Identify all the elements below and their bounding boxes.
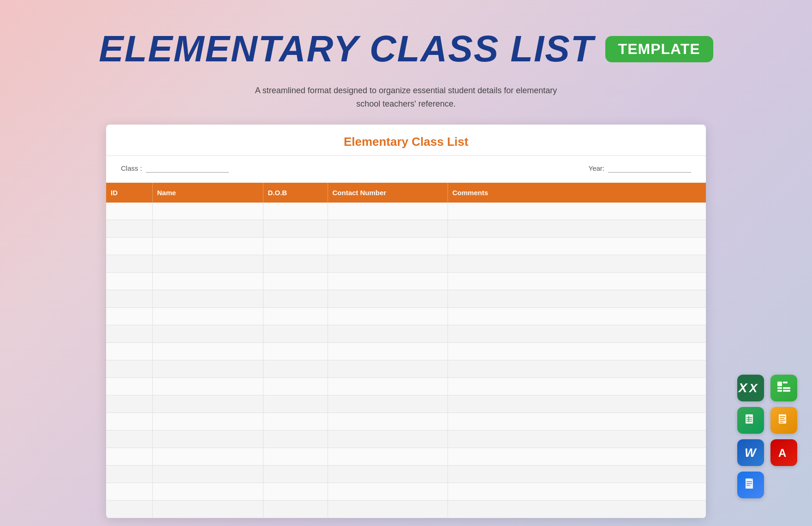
table-cell[interactable] [106,220,152,238]
table-cell[interactable] [328,501,448,518]
table-cell[interactable] [263,203,328,220]
table-cell[interactable] [263,238,328,255]
table-row[interactable] [106,238,706,255]
table-row[interactable] [106,308,706,325]
table-cell[interactable] [448,378,706,395]
table-cell[interactable] [152,483,263,501]
table-cell[interactable] [106,325,152,343]
table-cell[interactable] [152,360,263,378]
table-cell[interactable] [106,290,152,308]
table-cell[interactable] [328,360,448,378]
table-cell[interactable] [106,343,152,360]
table-cell[interactable] [448,483,706,501]
year-input-line[interactable] [608,164,691,173]
table-cell[interactable] [152,325,263,343]
table-cell[interactable] [106,466,152,483]
table-row[interactable] [106,255,706,273]
table-cell[interactable] [328,483,448,501]
table-row[interactable] [106,501,706,518]
table-cell[interactable] [328,413,448,430]
table-row[interactable] [106,395,706,413]
table-cell[interactable] [328,273,448,290]
table-cell[interactable] [328,466,448,483]
table-cell[interactable] [263,325,328,343]
table-cell[interactable] [152,343,263,360]
table-cell[interactable] [106,255,152,273]
table-cell[interactable] [448,308,706,325]
table-cell[interactable] [263,430,328,448]
table-row[interactable] [106,483,706,501]
table-cell[interactable] [106,360,152,378]
table-cell[interactable] [328,395,448,413]
table-cell[interactable] [106,413,152,430]
table-cell[interactable] [152,290,263,308]
table-cell[interactable] [152,413,263,430]
table-row[interactable] [106,203,706,220]
table-cell[interactable] [106,395,152,413]
table-cell[interactable] [448,325,706,343]
table-cell[interactable] [263,395,328,413]
table-cell[interactable] [448,290,706,308]
table-cell[interactable] [448,430,706,448]
table-cell[interactable] [328,448,448,466]
table-cell[interactable] [448,395,706,413]
table-cell[interactable] [263,308,328,325]
table-cell[interactable] [263,255,328,273]
table-row[interactable] [106,466,706,483]
table-row[interactable] [106,360,706,378]
table-cell[interactable] [106,483,152,501]
table-row[interactable] [106,273,706,290]
table-cell[interactable] [328,203,448,220]
gdocs-icon[interactable] [737,472,764,498]
table-cell[interactable] [152,273,263,290]
table-cell[interactable] [448,501,706,518]
table-cell[interactable] [152,220,263,238]
table-cell[interactable] [152,238,263,255]
gsheets-icon[interactable] [737,407,764,434]
table-cell[interactable] [152,395,263,413]
table-cell[interactable] [448,343,706,360]
table-cell[interactable] [448,413,706,430]
table-cell[interactable] [106,378,152,395]
table-row[interactable] [106,343,706,360]
table-cell[interactable] [263,448,328,466]
table-cell[interactable] [448,203,706,220]
table-row[interactable] [106,430,706,448]
table-cell[interactable] [328,220,448,238]
table-cell[interactable] [328,238,448,255]
table-cell[interactable] [152,448,263,466]
table-cell[interactable] [448,448,706,466]
excel-icon[interactable]: X [737,375,764,401]
table-cell[interactable] [263,343,328,360]
table-cell[interactable] [106,273,152,290]
table-row[interactable] [106,448,706,466]
table-cell[interactable] [328,378,448,395]
table-cell[interactable] [448,273,706,290]
table-row[interactable] [106,220,706,238]
table-row[interactable] [106,290,706,308]
table-cell[interactable] [328,430,448,448]
table-cell[interactable] [328,290,448,308]
table-cell[interactable] [263,273,328,290]
table-cell[interactable] [152,203,263,220]
table-cell[interactable] [263,483,328,501]
table-cell[interactable] [328,325,448,343]
pages-icon[interactable] [770,407,797,434]
table-cell[interactable] [152,430,263,448]
table-cell[interactable] [152,378,263,395]
table-cell[interactable] [328,308,448,325]
table-cell[interactable] [152,255,263,273]
table-cell[interactable] [448,220,706,238]
table-cell[interactable] [328,343,448,360]
table-cell[interactable] [328,255,448,273]
table-cell[interactable] [106,448,152,466]
class-input-line[interactable] [146,164,229,173]
table-cell[interactable] [448,238,706,255]
table-row[interactable] [106,413,706,430]
table-cell[interactable] [106,308,152,325]
table-cell[interactable] [448,360,706,378]
table-cell[interactable] [106,501,152,518]
table-row[interactable] [106,378,706,395]
table-cell[interactable] [263,378,328,395]
table-row[interactable] [106,325,706,343]
